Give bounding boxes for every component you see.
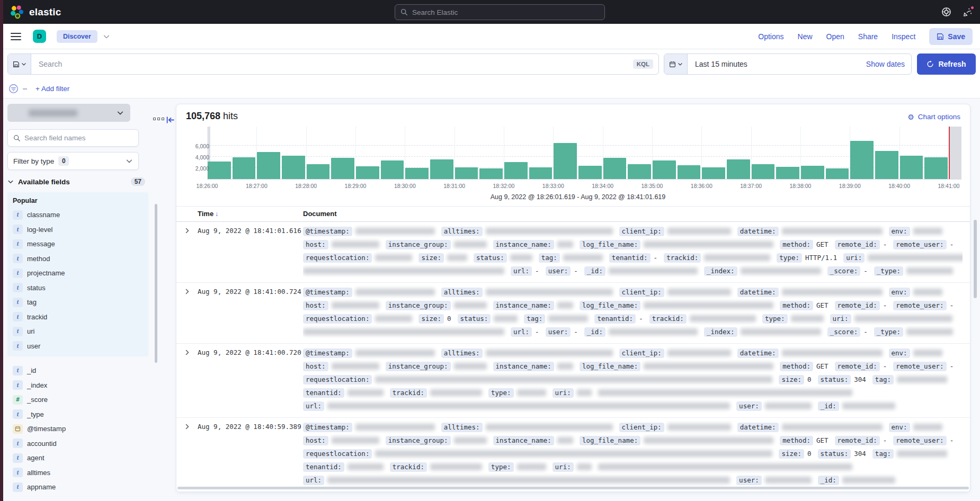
- field-label-pill[interactable]: trackid:: [664, 253, 701, 263]
- field-label-pill[interactable]: datetime:: [737, 423, 779, 432]
- histogram-bar[interactable]: [702, 167, 725, 179]
- field-label-pill[interactable]: status:: [458, 314, 491, 324]
- histogram-bar[interactable]: [504, 162, 528, 179]
- chevron-down-icon[interactable]: [103, 33, 110, 40]
- field-label-pill[interactable]: url:: [511, 327, 532, 337]
- menu-icon[interactable]: [11, 33, 21, 40]
- field-label-pill[interactable]: client_ip:: [619, 227, 664, 236]
- add-filter-link[interactable]: + Add filter: [35, 85, 69, 93]
- space-avatar[interactable]: D: [33, 30, 46, 43]
- field-label-pill[interactable]: remote_user:: [893, 362, 946, 371]
- field-label-pill[interactable]: remote_id:: [835, 240, 880, 249]
- saved-query-menu-button[interactable]: [8, 54, 31, 74]
- field-label-pill[interactable]: size:: [779, 449, 804, 459]
- field-label-pill[interactable]: host:: [303, 362, 328, 371]
- field-item-log-level[interactable]: tlog-level: [12, 222, 144, 237]
- field-label-pill[interactable]: instance_group:: [386, 240, 451, 249]
- field-label-pill[interactable]: tag:: [524, 314, 545, 324]
- field-label-pill[interactable]: tag:: [872, 375, 894, 384]
- field-label-pill[interactable]: log_file_name:: [580, 436, 640, 445]
- histogram-bar[interactable]: [752, 164, 775, 179]
- field-item-agent[interactable]: tagent: [12, 451, 148, 466]
- field-item-_index[interactable]: t_index: [12, 378, 148, 393]
- chart-options-button[interactable]: ⚙ Chart options: [907, 113, 960, 121]
- field-label-pill[interactable]: @timestamp:: [303, 423, 352, 432]
- field-label-pill[interactable]: datetime:: [737, 288, 779, 297]
- field-label-pill[interactable]: remote_user:: [893, 436, 946, 445]
- histogram-bar[interactable]: [405, 168, 429, 179]
- vertical-scrollbar[interactable]: [974, 220, 977, 298]
- field-label-pill[interactable]: status:: [474, 253, 507, 263]
- field-label-pill[interactable]: _score:: [827, 327, 861, 337]
- field-label-pill[interactable]: uri:: [830, 314, 851, 324]
- field-label-pill[interactable]: uri:: [553, 462, 574, 472]
- field-label-pill[interactable]: type:: [777, 253, 802, 263]
- field-label-pill[interactable]: datetime:: [737, 227, 779, 236]
- field-label-pill[interactable]: _index:: [704, 266, 737, 276]
- field-item-_type[interactable]: t_type: [12, 407, 148, 422]
- breadcrumb-discover[interactable]: Discover: [57, 30, 97, 43]
- field-layout-icon[interactable]: [153, 118, 164, 120]
- field-label-pill[interactable]: client_ip:: [619, 288, 664, 297]
- horizontal-scrollbar[interactable]: [177, 487, 969, 489]
- sidebar-scrollbar[interactable]: [155, 204, 157, 363]
- field-label-pill[interactable]: alltimes:: [441, 423, 483, 432]
- field-label-pill[interactable]: method:: [780, 240, 813, 249]
- histogram-bar[interactable]: [776, 167, 799, 179]
- refresh-button[interactable]: Refresh: [917, 53, 976, 75]
- field-label-pill[interactable]: _score:: [827, 266, 861, 276]
- field-item-accountid[interactable]: taccountid: [12, 436, 148, 451]
- field-label-pill[interactable]: type:: [762, 314, 788, 324]
- field-label-pill[interactable]: client_ip:: [619, 348, 664, 358]
- histogram-bar[interactable]: [653, 160, 676, 179]
- field-label-pill[interactable]: user:: [736, 476, 762, 485]
- field-item-projectname[interactable]: tprojectname: [12, 266, 144, 281]
- field-label-pill[interactable]: alltimes:: [441, 227, 483, 236]
- open-link[interactable]: Open: [826, 32, 844, 41]
- field-label-pill[interactable]: trackid:: [390, 388, 427, 398]
- field-label-pill[interactable]: user:: [546, 327, 571, 337]
- field-item-appname[interactable]: tappname: [12, 480, 148, 495]
- field-label-pill[interactable]: instance_name:: [493, 436, 554, 445]
- field-label-pill[interactable]: user:: [546, 266, 571, 276]
- news-feed-icon[interactable]: [962, 7, 973, 17]
- field-item-message[interactable]: tmessage: [12, 237, 144, 252]
- field-label-pill[interactable]: requestlocation:: [303, 449, 372, 459]
- field-label-pill[interactable]: requestlocation:: [303, 375, 372, 384]
- time-column-header[interactable]: Time↓: [198, 210, 218, 218]
- histogram-bar[interactable]: [381, 160, 404, 179]
- time-range-value[interactable]: Last 15 minutes: [688, 60, 866, 68]
- field-search-input[interactable]: [24, 134, 133, 142]
- field-label-pill[interactable]: _id:: [818, 401, 839, 411]
- field-label-pill[interactable]: env:: [889, 227, 910, 236]
- field-label-pill[interactable]: _id:: [818, 476, 839, 485]
- histogram-bar[interactable]: [628, 164, 651, 179]
- field-label-pill[interactable]: remote_id:: [835, 436, 880, 445]
- field-label-pill[interactable]: url:: [303, 476, 324, 485]
- expand-row-icon[interactable]: [184, 288, 191, 297]
- inspect-link[interactable]: Inspect: [892, 32, 915, 41]
- histogram-bar[interactable]: [603, 158, 627, 179]
- filter-menu-icon[interactable]: [8, 84, 19, 94]
- field-label-pill[interactable]: @timestamp:: [303, 288, 352, 297]
- field-item-status[interactable]: tstatus: [12, 281, 144, 296]
- field-label-pill[interactable]: @timestamp:: [303, 227, 352, 236]
- histogram-bar[interactable]: [455, 167, 478, 179]
- field-label-pill[interactable]: _type:: [874, 266, 903, 276]
- field-label-pill[interactable]: size:: [418, 314, 444, 324]
- histogram-bar[interactable]: [578, 166, 602, 179]
- field-label-pill[interactable]: tenantid:: [609, 253, 651, 263]
- field-label-pill[interactable]: remote_user:: [893, 240, 946, 249]
- show-dates-link[interactable]: Show dates: [866, 60, 905, 68]
- field-label-pill[interactable]: type:: [488, 388, 514, 398]
- histogram-bar[interactable]: [331, 158, 354, 179]
- field-label-pill[interactable]: tenantid:: [594, 314, 636, 324]
- options-link[interactable]: Options: [758, 32, 783, 41]
- field-item-_score[interactable]: #_score: [12, 392, 148, 407]
- save-button[interactable]: Save: [929, 28, 973, 45]
- field-item-alltimes[interactable]: talltimes: [12, 466, 148, 480]
- field-label-pill[interactable]: _index:: [704, 327, 737, 337]
- field-label-pill[interactable]: datetime:: [737, 348, 779, 358]
- field-item-_id[interactable]: t_id: [12, 363, 148, 378]
- kql-language-button[interactable]: KQL: [633, 59, 653, 69]
